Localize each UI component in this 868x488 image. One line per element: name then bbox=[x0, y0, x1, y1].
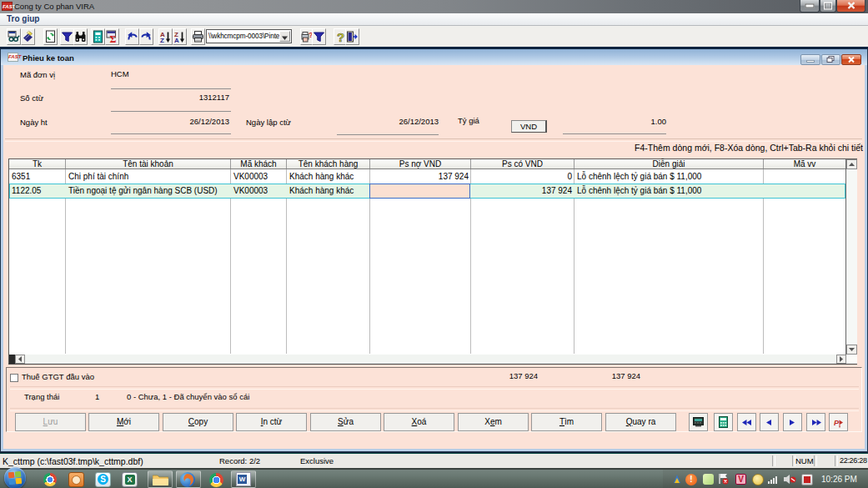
svg-text:A: A bbox=[174, 37, 179, 43]
svg-text:Z: Z bbox=[160, 37, 164, 43]
svg-text:Σ: Σ bbox=[110, 33, 117, 44]
svg-text:?: ? bbox=[337, 30, 344, 43]
svg-text:P: P bbox=[834, 419, 840, 427]
